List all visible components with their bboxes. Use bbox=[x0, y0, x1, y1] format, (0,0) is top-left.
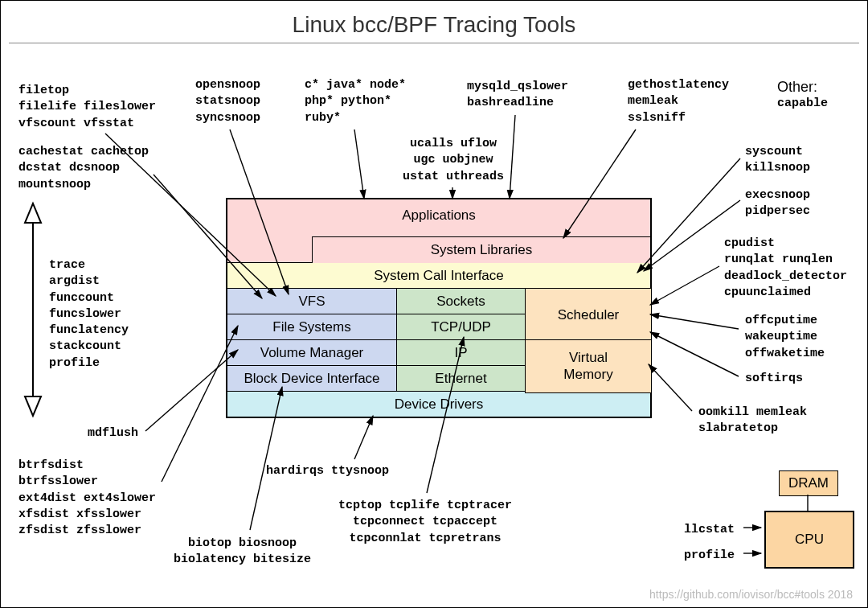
label-opensnoop: opensnoop statsnoop syncsnoop bbox=[195, 77, 260, 126]
label-ucalls: ucalls uflow ugc uobjnew ustat uthreads bbox=[403, 136, 504, 185]
svg-line-15 bbox=[649, 364, 692, 411]
layer-applications: Applications bbox=[227, 207, 650, 224]
label-btrfs: btrfsdist btrfsslower ext4dist ext4slowe… bbox=[18, 458, 156, 539]
label-cpudist: cpudist runqlat runqlen deadlock_detecto… bbox=[724, 236, 847, 301]
label-cachestat: cachestat cachetop dcstat dcsnoop mounts… bbox=[18, 144, 149, 193]
title-rule bbox=[9, 43, 859, 43]
layer-sockets: Sockets bbox=[396, 289, 525, 314]
svg-line-5 bbox=[354, 129, 364, 199]
svg-line-13 bbox=[650, 314, 739, 329]
label-profile: profile bbox=[684, 548, 735, 564]
label-oomkill: oomkill memleak slabratetop bbox=[698, 405, 807, 438]
svg-line-7 bbox=[510, 115, 515, 199]
svg-line-19 bbox=[354, 416, 373, 459]
footer-url: https://github.com/iovisor/bcc#tools 201… bbox=[649, 588, 853, 601]
label-other-header: Other: bbox=[777, 77, 817, 97]
layer-vfs: VFS bbox=[227, 289, 396, 314]
hw-dram: DRAM bbox=[779, 470, 838, 496]
label-capable: capable bbox=[777, 96, 828, 112]
layer-devdrv: Device Drivers bbox=[227, 392, 650, 417]
label-softirqs: softirqs bbox=[745, 371, 803, 387]
os-stack: Applications System Libraries System Cal… bbox=[226, 198, 652, 418]
layer-tcpudp: TCP/UDP bbox=[396, 314, 525, 339]
svg-line-12 bbox=[650, 266, 719, 305]
label-biotop: biotop biosnoop biolatency bitesize bbox=[174, 536, 311, 569]
layer-bdi: Block Device Interface bbox=[227, 366, 396, 391]
svg-marker-2 bbox=[25, 396, 41, 416]
svg-line-16 bbox=[145, 350, 238, 431]
label-syscount: syscount killsnoop bbox=[745, 144, 810, 177]
layer-scheduler: Scheduler bbox=[525, 288, 651, 342]
layer-ip: IP bbox=[396, 340, 525, 365]
hw-cpu: CPU bbox=[764, 511, 854, 569]
layer-eth: Ethernet bbox=[396, 366, 525, 391]
svg-marker-1 bbox=[25, 203, 41, 223]
label-mdflush: mdflush bbox=[88, 425, 138, 442]
label-execsnoop: execsnoop pidpersec bbox=[745, 187, 810, 220]
label-cjava: c* java* node* php* python* ruby* bbox=[305, 77, 406, 126]
page-title: Linux bcc/BPF Tracing Tools bbox=[1, 12, 867, 38]
label-tcptop: tcptop tcplife tcptracer tcpconnect tcpa… bbox=[338, 498, 512, 547]
label-filetop: filetop filelife fileslower vfscount vfs… bbox=[18, 83, 156, 132]
layer-vmem: Virtual Memory bbox=[525, 339, 651, 393]
layer-syslib: System Libraries bbox=[312, 236, 651, 263]
label-mysqld: mysqld_qslower bashreadline bbox=[467, 79, 568, 112]
layer-fs: File Systems bbox=[227, 314, 396, 339]
label-hardirqs: hardirqs ttysnoop bbox=[266, 463, 389, 479]
svg-line-14 bbox=[650, 332, 739, 376]
layer-syscall: System Call Interface bbox=[227, 263, 650, 288]
label-gethost: gethostlatency memleak sslsniff bbox=[628, 77, 729, 126]
label-llcstat: llcstat bbox=[684, 522, 735, 538]
label-trace: trace argdist funccount funcslower funcl… bbox=[49, 257, 129, 372]
diagram-page: Linux bcc/BPF Tracing Tools Applications… bbox=[0, 0, 868, 608]
label-offcpu: offcputime wakeuptime offwaketime bbox=[745, 313, 825, 362]
layer-volmgr: Volume Manager bbox=[227, 340, 396, 365]
